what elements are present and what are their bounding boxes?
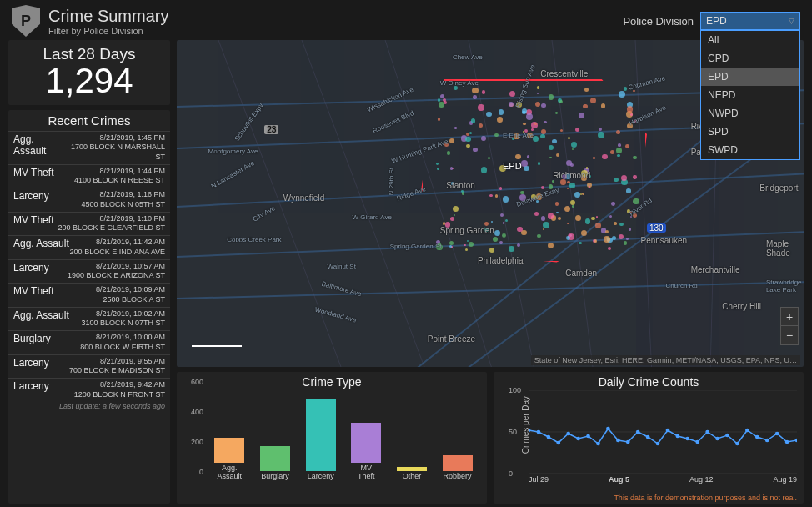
division-dropdown-list: AllCPDEPDNEPDNWPDSPDSWPD <box>700 30 800 160</box>
map-street-label: Cobbs Creek Park <box>227 236 281 243</box>
recent-crimes-title: Recent Crimes <box>8 110 170 131</box>
crime-type-text: Agg. Assault <box>13 133 66 157</box>
map-city-label: Bridgeport <box>759 183 798 193</box>
x-tick-label: Aug 12 <box>689 475 714 484</box>
crime-meta-text: 8/21/2019, 1:10 PM200 BLOCK E CLEARFIELD… <box>58 214 165 233</box>
svg-point-29 <box>646 435 650 439</box>
svg-point-30 <box>656 442 660 445</box>
map-street-label: W Olney Ave <box>440 79 479 87</box>
y-tick-label: 0 <box>199 468 203 476</box>
route-shield-23: 23 <box>264 125 278 134</box>
division-option-nepd[interactable]: NEPD <box>701 86 799 104</box>
bar-category-label: MVTheft <box>358 464 375 480</box>
division-option-nwpd[interactable]: NWPD <box>701 104 799 123</box>
map-street-label: N 29th St <box>388 167 395 194</box>
division-option-epd[interactable]: EPD <box>701 68 799 86</box>
chart-title: Daily Crime Counts <box>500 375 797 389</box>
crime-list-item[interactable]: Agg. Assault8/21/2019, 10:02 AM3100 BLOC… <box>8 307 170 331</box>
svg-point-35 <box>705 430 709 434</box>
crime-list-item[interactable]: Larceny8/21/2019, 9:55 AM700 BLOCK E MAD… <box>8 354 170 379</box>
bar[interactable] <box>443 455 473 470</box>
map-city-label: Camden <box>565 269 597 278</box>
bar-category-label: Agg.Assault <box>218 464 243 480</box>
svg-point-43 <box>785 440 789 444</box>
crime-type-text: Larceny <box>13 262 49 274</box>
map-city-label: Wynnefield <box>283 193 324 203</box>
bar-category-label: Other <box>403 473 422 480</box>
crime-list-item[interactable]: MV Theft8/21/2019, 1:44 PM4100 BLOCK N R… <box>8 164 170 188</box>
map-city-label: Spring Garden <box>440 226 494 235</box>
map-street-label: Church Rd <box>666 282 698 289</box>
crime-meta-text: 8/21/2019, 10:09 AM2500 BLOCK A ST <box>96 285 165 304</box>
map-city-label: Stanton <box>446 181 474 190</box>
crime-type-text: Larceny <box>13 357 49 369</box>
svg-point-38 <box>735 442 739 445</box>
division-dropdown[interactable]: EPD ▽ <box>700 12 800 30</box>
svg-point-20 <box>556 441 560 444</box>
disclaimer-text: This data is for demonstration purposes … <box>614 494 797 502</box>
map-street-label: E Erie Ave <box>503 132 534 139</box>
map-street-label: W Girard Ave <box>353 213 392 221</box>
crime-list-item[interactable]: Burglary8/21/2019, 10:00 AM800 BLOCK W F… <box>8 330 170 354</box>
recent-crimes-panel: Recent Crimes Agg. Assault8/21/2019, 1:4… <box>8 110 170 504</box>
crime-meta-text: 8/21/2019, 10:57 AM1900 BLOCK E ARIZONA … <box>68 262 165 281</box>
map-street-label: Chew Ave <box>453 53 483 61</box>
bar[interactable] <box>214 438 244 463</box>
division-option-all[interactable]: All <box>701 31 799 49</box>
chevron-down-icon: ▽ <box>789 17 794 25</box>
last-update-text: Last update: a few seconds ago <box>8 402 170 412</box>
division-option-cpd[interactable]: CPD <box>701 49 799 68</box>
map-city-label: Crescentville <box>540 69 588 78</box>
y-tick-label: 600 <box>191 378 203 386</box>
crime-list-item[interactable]: Larceny8/21/2019, 10:57 AM1900 BLOCK E A… <box>8 259 170 284</box>
police-badge-icon: P <box>12 5 40 37</box>
crime-list-item[interactable]: Agg. Assault8/21/2019, 1:45 PM1700 BLOCK… <box>8 131 170 164</box>
page-title: Crime Summary <box>48 7 168 26</box>
svg-point-18 <box>537 430 541 434</box>
map-city-label: Philadelphia <box>478 256 524 265</box>
crime-meta-text: 8/21/2019, 11:42 AM200 BLOCK E INDIANA A… <box>70 238 165 257</box>
crime-type-text: Larceny <box>13 380 49 392</box>
crime-list-item[interactable]: Larceny8/21/2019, 9:42 AM1200 BLOCK N FR… <box>8 378 170 402</box>
bar[interactable] <box>260 446 290 471</box>
zoom-in-button[interactable]: + <box>781 308 798 326</box>
map-street-label: Walnut St <box>327 263 355 270</box>
crime-list-item[interactable]: Agg. Assault8/21/2019, 11:42 AM200 BLOCK… <box>8 235 170 259</box>
crime-list-item[interactable]: Larceny8/21/2019, 1:16 PM4500 BLOCK N 05… <box>8 188 170 212</box>
crime-meta-text: 8/21/2019, 1:45 PM1700 BLOCK N MARSHALL … <box>66 133 165 162</box>
crime-list-item[interactable]: MV Theft8/21/2019, 10:09 AM2500 BLOCK A … <box>8 283 170 307</box>
division-option-spd[interactable]: SPD <box>701 123 799 141</box>
map-city-label: Merchantville <box>691 265 740 274</box>
bar[interactable] <box>351 423 381 463</box>
bar[interactable] <box>306 399 336 471</box>
zoom-out-button[interactable]: − <box>781 326 798 344</box>
line-chart <box>529 390 797 474</box>
crime-meta-text: 8/21/2019, 10:02 AM3100 BLOCK N 07TH ST <box>81 309 165 329</box>
crime-meta-text: 8/21/2019, 1:16 PM4500 BLOCK N 05TH ST <box>81 190 165 209</box>
svg-point-31 <box>666 429 670 432</box>
svg-point-34 <box>695 440 699 444</box>
svg-point-27 <box>626 440 630 444</box>
crime-meta-text: 8/21/2019, 9:42 AM1200 BLOCK N FRONT ST <box>74 380 165 399</box>
chart-title: Crime Type <box>183 375 480 389</box>
map-city-label: Maple Shade <box>766 239 804 258</box>
crime-list-item[interactable]: MV Theft8/21/2019, 1:10 PM200 BLOCK E CL… <box>8 212 170 236</box>
svg-point-41 <box>765 439 769 442</box>
division-option-swpd[interactable]: SWPD <box>701 141 799 159</box>
svg-point-39 <box>745 429 749 432</box>
svg-point-33 <box>685 437 689 440</box>
x-tick-label: Jul 29 <box>529 475 549 484</box>
svg-point-37 <box>725 434 729 437</box>
bar[interactable] <box>397 467 427 471</box>
svg-point-44 <box>795 439 797 442</box>
y-tick-label: 200 <box>191 438 203 446</box>
y-tick-label: 50 <box>509 428 517 436</box>
map-city-label: Cherry Hill <box>722 302 761 311</box>
svg-point-23 <box>586 434 590 438</box>
svg-point-36 <box>715 437 719 440</box>
crime-type-text: Agg. Assault <box>13 238 69 249</box>
filter-label: Police Division <box>623 15 694 28</box>
zoom-controls: + − <box>780 307 799 345</box>
crime-type-chart-panel: Crime Type 0200400600 Agg.AssaultBurglar… <box>177 372 487 504</box>
crime-type-text: Larceny <box>13 190 49 202</box>
